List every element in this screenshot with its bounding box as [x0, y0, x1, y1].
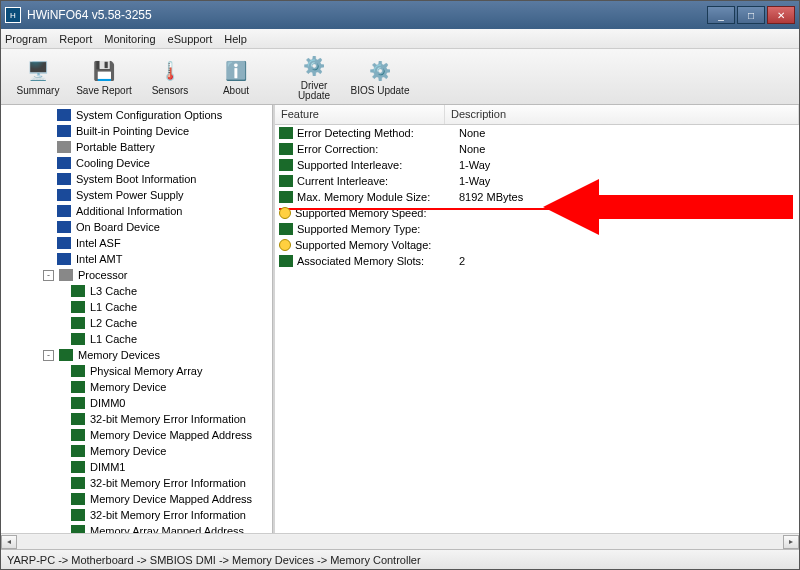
tree-item-icon [59, 269, 73, 281]
row-feature: Max. Memory Module Size: [297, 191, 459, 203]
tree-item-label: Intel AMT [74, 251, 124, 267]
tree-item-icon [71, 509, 85, 521]
bios-icon: ⚙️ [367, 58, 393, 84]
row-icon [279, 255, 293, 267]
minimize-button[interactable]: _ [707, 6, 735, 24]
bios-update-button[interactable]: ⚙️ BIOS Update [349, 52, 411, 102]
list-row[interactable]: Supported Interleave:1-Way [275, 157, 799, 173]
row-feature: Supported Memory Type: [297, 223, 459, 235]
tree-node[interactable]: L2 Cache [1, 315, 272, 331]
tree-node[interactable]: -Memory Devices [1, 347, 272, 363]
tree-item-icon [71, 445, 85, 457]
tree-node[interactable]: 32-bit Memory Error Information [1, 475, 272, 491]
tree-item-icon [57, 157, 71, 169]
tree-node[interactable]: Memory Device [1, 443, 272, 459]
tree-node[interactable]: 32-bit Memory Error Information [1, 411, 272, 427]
menu-esupport[interactable]: eSupport [168, 33, 213, 45]
tree-node[interactable]: Memory Device [1, 379, 272, 395]
svg-marker-0 [543, 179, 793, 235]
tree-item-icon [71, 525, 85, 533]
tree-item-icon [71, 365, 85, 377]
row-feature: Supported Interleave: [297, 159, 459, 171]
tree-node[interactable]: Portable Battery [1, 139, 272, 155]
row-description: None [459, 127, 799, 139]
tree-item-label: L1 Cache [88, 331, 139, 347]
tree-node[interactable]: DIMM1 [1, 459, 272, 475]
summary-button[interactable]: 🖥️ Summary [7, 52, 69, 102]
menu-monitoring[interactable]: Monitoring [104, 33, 155, 45]
tree-node[interactable]: System Power Supply [1, 187, 272, 203]
annotation-arrow [543, 179, 793, 235]
row-icon [279, 223, 293, 235]
list-row[interactable]: Error Detecting Method:None [275, 125, 799, 141]
scroll-right-button[interactable]: ▸ [783, 535, 799, 549]
list-header: Feature Description [275, 105, 799, 125]
tree-node[interactable]: L1 Cache [1, 331, 272, 347]
expand-toggle-icon[interactable]: - [43, 270, 54, 281]
row-feature: Error Correction: [297, 143, 459, 155]
main-split: System Configuration OptionsBuilt-in Poi… [1, 105, 799, 533]
row-icon [279, 239, 291, 251]
list-row[interactable]: Supported Memory Voltage: [275, 237, 799, 253]
menu-program[interactable]: Program [5, 33, 47, 45]
tree-item-icon [71, 333, 85, 345]
tree-node[interactable]: -Processor [1, 267, 272, 283]
col-feature[interactable]: Feature [275, 105, 445, 124]
tree-node[interactable]: DIMM0 [1, 395, 272, 411]
tree-item-label: Memory Array Mapped Address [88, 523, 246, 533]
tree-node[interactable]: Intel ASF [1, 235, 272, 251]
toolbar: 🖥️ Summary 💾 Save Report 🌡️ Sensors ℹ️ A… [1, 49, 799, 105]
tree-node[interactable]: Intel AMT [1, 251, 272, 267]
monitor-icon: 🖥️ [25, 58, 51, 84]
tree-node[interactable]: Memory Device Mapped Address [1, 491, 272, 507]
list-row[interactable]: Associated Memory Slots:2 [275, 253, 799, 269]
driver-update-button[interactable]: ⚙️ Driver Update [283, 52, 345, 102]
menu-help[interactable]: Help [224, 33, 247, 45]
tree-item-icon [71, 493, 85, 505]
tree-node[interactable]: 32-bit Memory Error Information [1, 507, 272, 523]
tree-item-label: Additional Information [74, 203, 184, 219]
row-feature: Current Interleave: [297, 175, 459, 187]
row-icon [279, 191, 293, 203]
list-body[interactable]: Error Detecting Method:NoneError Correct… [275, 125, 799, 533]
list-pane: Feature Description Error Detecting Meth… [275, 105, 799, 533]
tree-node[interactable]: Additional Information [1, 203, 272, 219]
tree-item-label: System Boot Information [74, 171, 198, 187]
tree-node[interactable]: Cooling Device [1, 155, 272, 171]
app-icon: H [5, 7, 21, 23]
tree-item-label: Portable Battery [74, 139, 157, 155]
col-description[interactable]: Description [445, 105, 799, 124]
tree-node[interactable]: System Boot Information [1, 171, 272, 187]
tree-item-icon [71, 381, 85, 393]
tree-node[interactable]: L3 Cache [1, 283, 272, 299]
status-bar: YARP-PC -> Motherboard -> SMBIOS DMI -> … [1, 549, 799, 569]
tree-item-icon [71, 317, 85, 329]
tree-node[interactable]: Built-in Pointing Device [1, 123, 272, 139]
about-button[interactable]: ℹ️ About [205, 52, 267, 102]
tree-item-label: L3 Cache [88, 283, 139, 299]
maximize-button[interactable]: □ [737, 6, 765, 24]
tree-item-icon [57, 237, 71, 249]
tree-item-label: Processor [76, 267, 130, 283]
tree-node[interactable]: On Board Device [1, 219, 272, 235]
tree-node[interactable]: Memory Device Mapped Address [1, 427, 272, 443]
close-button[interactable]: ✕ [767, 6, 795, 24]
row-icon [279, 207, 291, 219]
tree-pane[interactable]: System Configuration OptionsBuilt-in Poi… [1, 105, 273, 533]
save-report-button[interactable]: 💾 Save Report [73, 52, 135, 102]
tree-node[interactable]: L1 Cache [1, 299, 272, 315]
tree-h-scrollbar[interactable]: ◂ ▸ [1, 533, 799, 549]
tree-node[interactable]: System Configuration Options [1, 107, 272, 123]
tree-item-icon [57, 253, 71, 265]
row-description: None [459, 143, 799, 155]
expand-toggle-icon[interactable]: - [43, 350, 54, 361]
menu-report[interactable]: Report [59, 33, 92, 45]
tree-item-label: On Board Device [74, 219, 162, 235]
list-row[interactable]: Error Correction:None [275, 141, 799, 157]
row-description: 2 [459, 255, 799, 267]
tree-node[interactable]: Memory Array Mapped Address [1, 523, 272, 533]
scroll-left-button[interactable]: ◂ [1, 535, 17, 549]
tree-node[interactable]: Physical Memory Array [1, 363, 272, 379]
scroll-track[interactable] [17, 535, 783, 549]
sensors-button[interactable]: 🌡️ Sensors [139, 52, 201, 102]
